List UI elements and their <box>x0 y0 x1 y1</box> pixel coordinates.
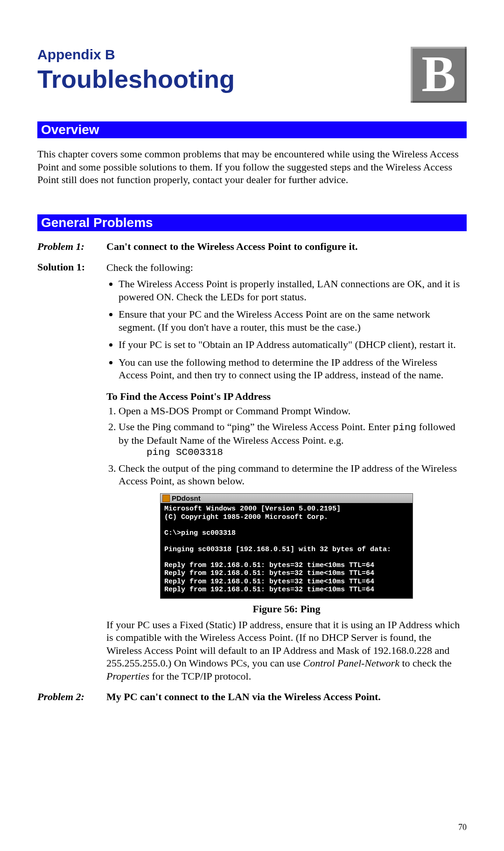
terminal-body: Microsoft Windows 2000 [Version 5.00.219… <box>161 503 413 598</box>
section-header-overview: Overview <box>37 121 467 138</box>
static-note-i1: Control Panel-Network <box>303 657 399 669</box>
static-ip-note: If your PC uses a Fixed (Static) IP addr… <box>106 618 467 683</box>
overview-body: This chapter covers some common problems… <box>37 148 467 186</box>
solution-1-body: Check the following: The Wireless Access… <box>106 261 467 683</box>
step-1: Open a MS-DOS Prompt or Command Prompt W… <box>119 404 467 418</box>
problem-2-text: My PC can't connect to the LAN via the W… <box>106 691 467 703</box>
page-number: 70 <box>458 823 467 832</box>
terminal-title: PDdosnt <box>172 494 201 503</box>
dos-icon <box>162 495 170 502</box>
problem-2-label: Problem 2: <box>37 691 103 703</box>
section-header-general: General Problems <box>37 214 467 231</box>
solution-1-intro: Check the following: <box>106 262 193 273</box>
terminal-titlebar: PDdosnt <box>161 494 413 504</box>
appendix-label: Appendix B <box>37 47 467 63</box>
terminal-window: PDdosnt Microsoft Windows 2000 [Version … <box>160 493 413 599</box>
static-note-i2: Properties <box>106 670 149 682</box>
step-2-text-a: Use the Ping command to “ping” the Wirel… <box>119 421 393 433</box>
static-note-c: for the TCP/IP protocol. <box>149 670 251 682</box>
solution-1-label: Solution 1: <box>37 261 103 683</box>
ping-example: ping SC003318 <box>147 447 467 459</box>
step-3: Check the output of the ping command to … <box>119 462 467 488</box>
figure-caption: Figure 56: Ping <box>106 603 467 616</box>
problem-1-text: Can't connect to the Wireless Access Poi… <box>106 241 467 253</box>
bullet-3: If your PC is set to "Obtain an IP Addre… <box>119 338 467 351</box>
static-note-b: to check the <box>399 657 452 669</box>
problem-1-label: Problem 1: <box>37 241 103 253</box>
bullet-1: The Wireless Access Point is properly in… <box>119 277 467 303</box>
chapter-title: Troubleshooting <box>37 64 467 93</box>
bullet-2: Ensure that your PC and the Wireless Acc… <box>119 308 467 333</box>
ping-command-inline: ping <box>393 422 416 433</box>
find-ip-title: To Find the Access Point's IP Address <box>106 390 467 403</box>
appendix-badge: B <box>411 47 467 103</box>
step-2: Use the Ping command to “ping” the Wirel… <box>119 420 467 459</box>
bullet-4: You can use the following method to dete… <box>119 356 467 382</box>
